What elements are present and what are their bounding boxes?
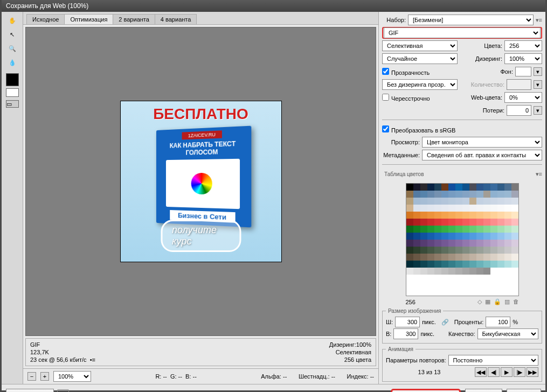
color-swatch[interactable] [448, 184, 455, 191]
color-swatch[interactable] [469, 219, 476, 226]
quality-select[interactable]: Бикубическая [477, 328, 538, 339]
color-swatch[interactable] [511, 226, 518, 233]
done-button[interactable]: Готово [507, 389, 541, 392]
color-swatch[interactable] [504, 184, 511, 191]
color-swatch[interactable] [413, 198, 420, 205]
eyedropper-tool[interactable]: 💧 [4, 56, 20, 69]
color-swatch[interactable] [441, 268, 448, 275]
tab-4up[interactable]: 4 варианта [155, 14, 197, 24]
color-swatch[interactable] [441, 205, 448, 212]
color-swatch[interactable] [462, 247, 469, 254]
color-swatch[interactable] [497, 184, 504, 191]
color-swatch[interactable] [469, 198, 476, 205]
color-swatch[interactable] [420, 226, 427, 233]
color-swatch[interactable] [504, 254, 511, 261]
color-swatch[interactable] [497, 240, 504, 247]
color-swatch[interactable] [469, 254, 476, 261]
color-swatch[interactable] [476, 226, 483, 233]
zoom-select[interactable]: 100% [53, 371, 91, 382]
color-swatch[interactable] [420, 261, 427, 268]
color-swatch[interactable] [434, 219, 441, 226]
color-swatch[interactable] [455, 247, 462, 254]
color-swatch[interactable] [504, 198, 511, 205]
color-swatch[interactable] [455, 240, 462, 247]
color-swatch[interactable] [490, 268, 497, 275]
color-swatch[interactable] [413, 191, 420, 198]
color-swatch[interactable] [462, 191, 469, 198]
color-swatch[interactable] [483, 212, 490, 219]
color-swatch[interactable] [490, 233, 497, 240]
color-swatch[interactable] [476, 212, 483, 219]
toggle-slices[interactable]: ▭ [6, 100, 19, 108]
color-swatch[interactable] [511, 184, 518, 191]
colors-select[interactable]: 256 [504, 40, 542, 51]
color-swatch[interactable] [462, 212, 469, 219]
color-swatch[interactable] [462, 240, 469, 247]
color-swatch[interactable] [497, 212, 504, 219]
color-swatch[interactable] [427, 254, 434, 261]
color-swatch[interactable] [406, 261, 413, 268]
color-swatch[interactable] [483, 247, 490, 254]
color-swatch[interactable] [462, 219, 469, 226]
color-swatch[interactable] [511, 219, 518, 226]
color-swatch[interactable] [406, 184, 413, 191]
color-swatch[interactable] [483, 254, 490, 261]
matte-color-well[interactable] [515, 67, 531, 76]
color-swatch[interactable] [483, 226, 490, 233]
color-swatch[interactable] [504, 247, 511, 254]
color-swatch[interactable] [420, 233, 427, 240]
color-swatch[interactable] [420, 191, 427, 198]
color-swatch[interactable] [476, 198, 483, 205]
loop-select[interactable]: Постоянно [448, 355, 538, 366]
color-swatch[interactable] [497, 268, 504, 275]
color-swatch[interactable] [406, 212, 413, 219]
color-swatch[interactable] [469, 226, 476, 233]
color-swatch[interactable] [462, 254, 469, 261]
bg-swatch-1[interactable] [6, 88, 19, 97]
color-swatch[interactable] [469, 233, 476, 240]
color-swatch[interactable] [497, 247, 504, 254]
color-swatch[interactable] [455, 226, 462, 233]
ct-icon-1[interactable]: ◇ [477, 298, 482, 305]
color-swatch[interactable] [469, 261, 476, 268]
color-swatch[interactable] [448, 191, 455, 198]
color-swatch[interactable] [420, 219, 427, 226]
color-swatch[interactable] [462, 184, 469, 191]
dither-select[interactable]: Случайное [382, 53, 458, 64]
color-swatch[interactable] [406, 240, 413, 247]
color-swatch[interactable] [434, 191, 441, 198]
color-swatch[interactable] [455, 261, 462, 268]
anim-next-button[interactable]: |▶ [514, 367, 525, 377]
color-swatch[interactable] [420, 198, 427, 205]
color-swatch[interactable] [413, 261, 420, 268]
color-swatch[interactable] [455, 184, 462, 191]
color-swatch[interactable] [406, 205, 413, 212]
foreground-swatch[interactable] [6, 73, 19, 86]
color-swatch[interactable] [469, 212, 476, 219]
color-swatch[interactable] [497, 261, 504, 268]
meta-select[interactable]: Сведения об авт. правах и контакты [422, 150, 542, 160]
color-swatch[interactable] [427, 240, 434, 247]
color-swatch[interactable] [406, 247, 413, 254]
color-swatch[interactable] [413, 240, 420, 247]
percent-input[interactable] [486, 317, 510, 327]
color-swatch[interactable] [511, 247, 518, 254]
color-swatch[interactable] [497, 226, 504, 233]
color-swatch[interactable] [497, 191, 504, 198]
ct-trash-icon[interactable]: 🗑 [513, 298, 519, 305]
color-swatch[interactable] [427, 268, 434, 275]
color-swatch[interactable] [455, 205, 462, 212]
color-swatch[interactable] [483, 268, 490, 275]
color-swatch[interactable] [497, 254, 504, 261]
color-swatch[interactable] [504, 191, 511, 198]
color-swatch[interactable] [448, 247, 455, 254]
color-swatch[interactable] [413, 268, 420, 275]
cancel-button[interactable]: Отмена [465, 389, 502, 392]
color-swatch[interactable] [483, 261, 490, 268]
color-swatch[interactable] [476, 254, 483, 261]
color-swatch[interactable] [448, 233, 455, 240]
color-swatch[interactable] [413, 233, 420, 240]
color-swatch[interactable] [448, 240, 455, 247]
color-swatch[interactable] [483, 198, 490, 205]
color-swatch[interactable] [504, 212, 511, 219]
